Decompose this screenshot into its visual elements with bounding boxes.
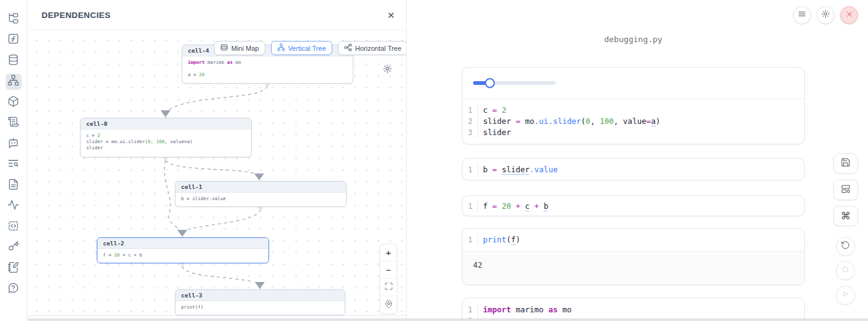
code-line: print(f) bbox=[477, 234, 520, 245]
sidebar-item-tracing[interactable] bbox=[6, 198, 22, 214]
console-output: 42 bbox=[463, 251, 804, 285]
keyboard-shortcuts-button[interactable]: ⌘ bbox=[833, 206, 858, 226]
line-number: 1 bbox=[463, 105, 477, 116]
command-icon: ⌘ bbox=[841, 211, 851, 221]
notebook-menu-button[interactable] bbox=[793, 6, 811, 24]
notebook-cell-import[interactable]: 1import marimo as mo 2 bbox=[462, 297, 805, 321]
save-button[interactable] bbox=[833, 153, 858, 174]
layout-select-button[interactable] bbox=[833, 180, 858, 200]
node-code: c = 2slider = mo.ui.slider(0, 100, value… bbox=[81, 130, 251, 154]
text-search-icon bbox=[7, 157, 19, 172]
panel-title: DEPENDENCIES bbox=[42, 11, 110, 20]
line-number: 1 bbox=[463, 164, 477, 175]
activity-icon bbox=[7, 199, 19, 213]
sidebar-item-dependencies[interactable] bbox=[6, 74, 22, 90]
sidebar-item-documentation[interactable] bbox=[6, 177, 22, 193]
close-x-icon bbox=[845, 10, 854, 21]
package-icon bbox=[7, 95, 19, 110]
map-pin-icon bbox=[384, 300, 393, 310]
sidebar-item-logs[interactable] bbox=[6, 115, 22, 131]
line-number: 2 bbox=[463, 116, 477, 127]
slider-fill bbox=[473, 81, 490, 85]
undo-button[interactable] bbox=[836, 237, 855, 256]
sidebar-item-file-explorer[interactable] bbox=[6, 11, 22, 27]
code-line: slider = mo.ui.slider(0, 100, value=a) bbox=[477, 116, 660, 127]
graph-node-cell-0[interactable]: cell-0 c = 2slider = mo.ui.slider(0, 100… bbox=[80, 118, 252, 157]
code-line: import marimo as mo bbox=[477, 304, 572, 315]
dependency-graph-icon bbox=[7, 74, 19, 89]
node-title: cell-0 bbox=[81, 118, 251, 130]
notebook-cell-f[interactable]: 1f = 20 + c + b bbox=[462, 195, 805, 216]
notebook-filename: debugging.py bbox=[462, 35, 805, 44]
stop-icon bbox=[841, 265, 850, 276]
zoom-in-button[interactable]: + bbox=[380, 244, 397, 262]
helper-panel-rail bbox=[0, 0, 27, 321]
code-square-icon bbox=[7, 220, 19, 234]
notebook-pen-icon bbox=[7, 262, 19, 276]
sidebar-item-ai-chat[interactable] bbox=[6, 136, 22, 152]
node-title: cell-3 bbox=[175, 290, 345, 301]
shutdown-button[interactable] bbox=[840, 6, 858, 24]
slider-handle[interactable] bbox=[485, 78, 495, 88]
maximize-icon bbox=[384, 282, 393, 292]
cell-editor[interactable]: 1c = 2 2slider = mo.ui.slider(0, 100, va… bbox=[463, 99, 804, 144]
graph-settings-button[interactable] bbox=[383, 64, 392, 76]
dependency-graph-canvas[interactable]: cell-4 import marimo as moa = 20 cell-0 … bbox=[28, 30, 406, 316]
line-number: 3 bbox=[463, 127, 477, 138]
sidebar-item-variables[interactable] bbox=[6, 32, 22, 48]
vertical-tree-view-button[interactable]: Vertical Tree bbox=[271, 41, 332, 55]
slider-widget[interactable] bbox=[473, 81, 556, 85]
notebook-cell-b[interactable]: 1b = slider.value bbox=[462, 158, 805, 180]
dependencies-panel-header: DEPENDENCIES ✕ bbox=[28, 0, 406, 30]
bot-chat-icon bbox=[7, 137, 19, 151]
sidebar-item-help[interactable] bbox=[6, 281, 22, 297]
layout-icon bbox=[841, 184, 851, 196]
node-code: print(f) bbox=[175, 301, 345, 314]
code-line: c = 2 bbox=[477, 105, 507, 116]
close-icon[interactable]: ✕ bbox=[387, 11, 395, 20]
cell-output-slider bbox=[463, 68, 804, 99]
node-title: cell-1 bbox=[175, 182, 346, 193]
function-square-icon bbox=[7, 33, 19, 47]
minimap-view-button[interactable]: Mini Map bbox=[214, 41, 265, 55]
undo-icon bbox=[841, 240, 850, 252]
sidebar-item-packages[interactable] bbox=[6, 94, 22, 110]
zoom-out-button[interactable]: − bbox=[380, 262, 397, 279]
fit-view-button[interactable] bbox=[380, 279, 397, 296]
graph-node-cell-2-selected[interactable]: cell-2 f = 20 + c + b bbox=[97, 237, 269, 263]
file-text-icon bbox=[7, 178, 19, 193]
gear-icon bbox=[383, 65, 392, 76]
notebook-settings-button[interactable] bbox=[817, 6, 835, 24]
sidebar-item-secrets[interactable] bbox=[6, 240, 22, 256]
notebook-cell-print[interactable]: 1print(f) 42 bbox=[462, 228, 805, 285]
cell-editor[interactable]: 1f = 20 + c + b bbox=[463, 196, 804, 216]
node-code: import marimo as moa = 20 bbox=[182, 56, 353, 81]
vertical-tree-label: Vertical Tree bbox=[288, 45, 326, 52]
graph-node-cell-1[interactable]: cell-1 b = slider.value bbox=[175, 181, 347, 207]
minimap-icon bbox=[220, 43, 228, 53]
sidebar-item-scratchpad[interactable] bbox=[6, 260, 22, 276]
minimap-label: Mini Map bbox=[231, 45, 259, 52]
sidebar-item-datasources[interactable] bbox=[6, 53, 22, 69]
save-icon bbox=[841, 157, 851, 170]
cell-editor[interactable]: 1b = slider.value bbox=[463, 159, 804, 180]
stop-button[interactable] bbox=[836, 261, 855, 280]
horizontal-tree-icon bbox=[344, 43, 352, 53]
sidebar-item-snippets[interactable] bbox=[6, 219, 22, 235]
locate-node-button[interactable] bbox=[380, 296, 397, 314]
node-title: cell-2 bbox=[97, 238, 268, 249]
footer-bar-edge bbox=[28, 319, 868, 321]
node-code: f = 20 + c + b bbox=[97, 249, 268, 262]
graph-view-toggle: Mini Map Vertical Tree Horizontal Tree bbox=[214, 41, 406, 55]
cell-editor[interactable]: 1print(f) bbox=[463, 229, 804, 251]
graph-node-cell-3[interactable]: cell-3 print(f) bbox=[175, 289, 345, 315]
notebook-cell-slider[interactable]: 1c = 2 2slider = mo.ui.slider(0, 100, va… bbox=[462, 67, 805, 144]
run-button[interactable] bbox=[836, 286, 855, 305]
sidebar-item-find[interactable] bbox=[6, 157, 22, 173]
code-line: b = slider.value bbox=[477, 164, 557, 175]
horizontal-tree-label: Horizontal Tree bbox=[355, 45, 402, 52]
cell-editor[interactable]: 1import marimo as mo 2 bbox=[463, 298, 804, 321]
horizontal-tree-view-button[interactable]: Horizontal Tree bbox=[338, 41, 406, 55]
scroll-icon bbox=[7, 116, 19, 130]
dependencies-panel: DEPENDENCIES ✕ cell-4 import marimo as m… bbox=[28, 0, 407, 321]
